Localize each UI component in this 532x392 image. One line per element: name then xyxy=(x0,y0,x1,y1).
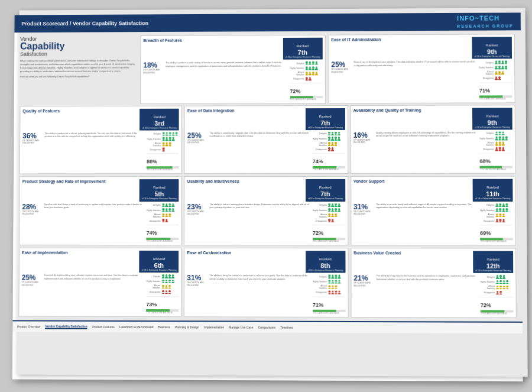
delights-row: Delights xyxy=(290,61,322,65)
person-icon xyxy=(162,213,165,218)
person-icon xyxy=(335,274,338,278)
person-icon xyxy=(501,66,504,70)
sat-number: 72% xyxy=(313,230,323,236)
sat-avg: 73% CATEGORY AVERAGE xyxy=(147,169,179,171)
disappoints-icons xyxy=(161,290,171,294)
person-icon xyxy=(171,137,174,141)
nav-item-planning[interactable]: Planning & Design xyxy=(175,325,199,328)
sat-number: 73% xyxy=(146,301,157,307)
rank-number: 6th xyxy=(142,262,177,268)
disappoints-row: Disappoints xyxy=(147,219,179,223)
rank-number: 11th xyxy=(475,191,511,197)
card-customization: Ease of Customization Ranked 8th of 18 i… xyxy=(184,248,348,318)
delights-icons xyxy=(328,203,341,207)
icons-block: Delights Highly Satisfies xyxy=(481,275,514,315)
card-usability: Usability and Intuitiveness Ranked 7th o… xyxy=(184,176,348,245)
disappoints-row: Disappoints xyxy=(313,147,345,151)
icons-block: Delights Highly Satisfies xyxy=(290,61,322,100)
disappoints-row: Disappoints xyxy=(290,77,322,81)
card-title: Ease of Customization xyxy=(187,251,303,255)
sat-avg: 71% CATEGORY AVERAGE xyxy=(313,169,345,171)
highly-icons xyxy=(162,208,174,212)
pct-block: 21% OF CLIENTS ARE DELIGHTED xyxy=(353,274,374,314)
highly-row: Highly Satisfies xyxy=(147,137,179,141)
card-description: Quality training allows employees to tak… xyxy=(376,131,478,171)
delights-row: Delights xyxy=(313,203,345,207)
rank-badge: Ranked 3rd of 18 in Enterprise Resource … xyxy=(140,108,179,130)
delights-icons xyxy=(305,61,317,65)
rank-sub: of 18 in Enterprise Resource Planning xyxy=(285,56,320,58)
card-body: 31% OF CLIENTS ARE DELIGHTED The ability… xyxy=(187,274,345,314)
almost-row: Almost Satisfies xyxy=(313,284,345,289)
person-icon xyxy=(171,203,174,207)
pct-block: 28% OF CLIENTS ARE DELIGHTED xyxy=(22,203,43,242)
rank-label: Ranked xyxy=(153,115,166,118)
nav-item-implementation[interactable]: Implementation xyxy=(204,325,224,329)
person-icon xyxy=(496,285,499,289)
person-icon xyxy=(331,213,334,218)
highly-icons xyxy=(305,66,317,70)
highly-icons xyxy=(495,65,508,69)
pct-label: OF CLIENTS ARE DELIGHTED xyxy=(331,68,352,73)
delights-icons xyxy=(495,131,505,135)
person-icon xyxy=(165,284,168,289)
nav-item-comparisons[interactable]: Comparisons xyxy=(258,325,276,329)
nav-item-recommend[interactable]: Likelihood to Recommend xyxy=(119,325,154,328)
disappoints-icons xyxy=(328,290,341,294)
card-description: The ability to perform at or above indus… xyxy=(44,132,145,171)
person-icon xyxy=(331,142,334,146)
card-body: 36% OF CLIENTS ARE DELIGHTED The ability… xyxy=(22,132,179,171)
card-header: Ease of Customization Ranked 8th of 18 i… xyxy=(187,251,345,273)
sat-bar-fill xyxy=(146,309,170,311)
person-icon xyxy=(168,203,171,207)
person-icon xyxy=(338,290,341,294)
almost-row: Almost Satisfies xyxy=(147,142,179,147)
sat-bar-bg xyxy=(313,309,345,312)
almost-row: Almost Satisfies xyxy=(146,284,179,289)
bottom-nav: Product Overview Vendor Capability Satis… xyxy=(12,320,523,333)
pct-value: 36% xyxy=(22,132,43,139)
person-icon xyxy=(496,290,499,294)
nav-item-overview[interactable]: Product Overview xyxy=(17,325,40,328)
pct-value: 28% xyxy=(22,203,43,210)
nav-item-timelines[interactable]: Timelines xyxy=(280,325,293,329)
company-logo: INFO~TECH RESEARCH GROUP xyxy=(457,14,514,28)
card-description: The ability to reduce training due to in… xyxy=(209,203,310,242)
label-disappoints: Disappoints xyxy=(313,219,327,222)
pct-value: 25% xyxy=(187,132,208,139)
label-delights: Delights xyxy=(480,204,494,206)
satisfaction-block: 72% 72% CATEGORY AVERAGE xyxy=(313,225,345,242)
person-icon xyxy=(312,66,314,70)
person-icon xyxy=(328,147,331,151)
disappoints-icons xyxy=(305,77,311,81)
disappoints-row: Disappoints xyxy=(481,290,514,294)
label-highly: Highly Satisfies xyxy=(313,280,327,283)
label-delights: Delights xyxy=(313,132,327,135)
nav-item-capability[interactable]: Vendor Capability Satisfaction xyxy=(45,324,87,329)
sat-bar-bg xyxy=(481,310,514,312)
icons-block: Delights Highly Satisfies xyxy=(479,60,512,100)
pct-value: 23% xyxy=(187,203,208,210)
label-disappoints: Disappoints xyxy=(146,291,160,293)
nav-item-manage[interactable]: Manage Use Case xyxy=(229,325,254,329)
delights-row: Delights xyxy=(147,203,179,207)
person-icon xyxy=(171,274,174,278)
sat-bar-fill xyxy=(147,237,171,239)
person-icon xyxy=(161,284,164,289)
delights-row: Delights xyxy=(480,203,513,207)
person-icon xyxy=(502,219,505,223)
person-icon xyxy=(495,219,498,223)
nav-item-features[interactable]: Product Features xyxy=(92,325,115,328)
person-icon xyxy=(332,280,335,284)
pct-label: OF CLIENTS ARE DELIGHTED xyxy=(353,210,374,215)
person-icon xyxy=(331,137,334,141)
top-cards: Breadth of Features Ranked 7th of 18 in … xyxy=(140,34,515,103)
nav-item-business[interactable]: Business xyxy=(158,325,170,328)
label-delights: Delights xyxy=(481,276,495,278)
card-header: Vendor Support Ranked 11th of 18 in Ente… xyxy=(353,179,513,201)
person-icon xyxy=(499,203,502,207)
rank-label: Ranked xyxy=(319,257,332,261)
page-layout: Product Scorecard / Vendor Capability Sa… xyxy=(12,12,523,381)
sat-bar-fill xyxy=(480,166,502,169)
satisfaction-block: 74% 71% CATEGORY AVERAGE xyxy=(313,153,345,171)
